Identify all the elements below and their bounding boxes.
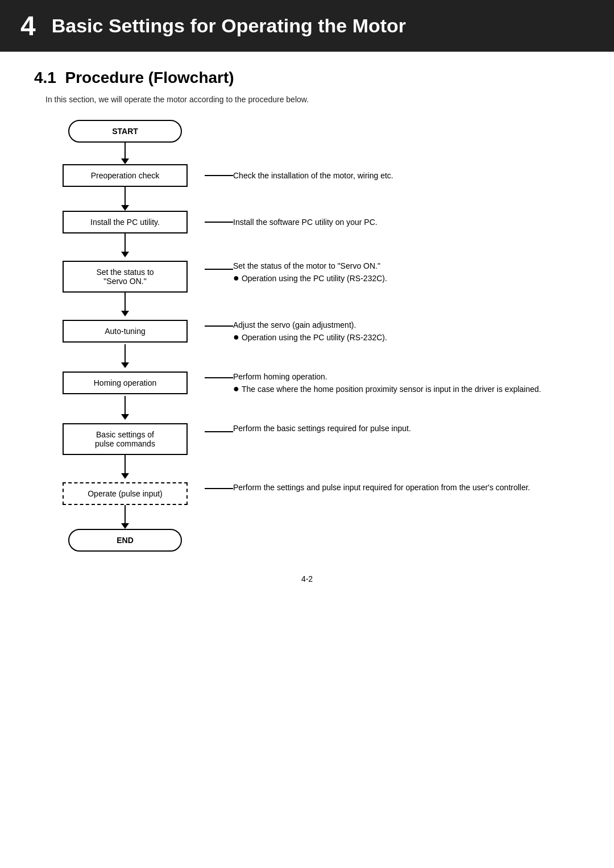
step-autotuning-row: Auto-tuning Adjust the servo (gain adjus…: [45, 316, 591, 344]
step-pulse-left: Basic settings ofpulse commands: [45, 420, 205, 455]
arrow-2-shape: [45, 187, 205, 211]
arrow-tri-1: [121, 158, 129, 164]
arrow-3: [45, 233, 591, 257]
step-servo-box: Set the status to"Servo ON.": [63, 261, 188, 293]
arrow-tri-4: [121, 311, 129, 316]
step-preoperation-left: Preoperation check: [45, 164, 205, 187]
arrow-4: [45, 293, 591, 316]
step-servo-left: Set the status to"Servo ON.": [45, 257, 205, 293]
step-operate-row: Operate (pulse input) Perform the settin…: [45, 479, 591, 505]
end-row: END: [45, 529, 591, 552]
step-homing-row: Homing operation Perform homing operatio…: [45, 368, 591, 396]
bullet-text-1: Operation using the PC utility (RS-232C)…: [242, 272, 387, 285]
arrow-line-7: [125, 455, 126, 473]
desc-servo: Set the status of the motor to "Servo ON…: [233, 257, 591, 285]
step-servo-row: Set the status to"Servo ON." Set the sta…: [45, 257, 591, 293]
arrow-6: [45, 396, 591, 420]
section-title: 4.1 Procedure (Flowchart): [34, 69, 614, 87]
step-operate-box: Operate (pulse input): [63, 482, 188, 505]
step-autotuning-box: Auto-tuning: [63, 320, 188, 343]
step-preoperation-box: Preoperation check: [63, 164, 188, 187]
arrow-5-shape: [45, 344, 205, 368]
arrow-7-shape: [45, 455, 205, 479]
step-autotuning-left: Auto-tuning: [45, 316, 205, 343]
arrow-4-shape: [45, 293, 205, 316]
arrow-line-4: [125, 293, 126, 311]
bullet-dot-1: ●: [233, 272, 239, 285]
connector-5: [205, 377, 233, 378]
desc-homing-main: Perform homing operation.: [233, 370, 591, 383]
start-row: START: [45, 120, 591, 143]
step-operate-left: Operate (pulse input): [45, 479, 205, 505]
arrow-tri-8: [121, 523, 129, 529]
arrow-line-2: [125, 187, 126, 205]
step-preoperation-row: Preoperation check Check the installatio…: [45, 164, 591, 187]
chapter-number: 4: [20, 10, 36, 41]
desc-autotuning-main: Adjust the servo (gain adjustment).: [233, 319, 591, 331]
step-homing-left: Homing operation: [45, 368, 205, 394]
arrow-line-1: [125, 143, 126, 158]
step-pulse-row: Basic settings ofpulse commands Perform …: [45, 420, 591, 455]
bullet-dot-3: ●: [233, 383, 239, 395]
connector-2: [205, 222, 233, 223]
page-number: 4-2: [0, 574, 614, 583]
desc-install-main: Install the software PC utility on your …: [233, 218, 377, 227]
step-install-row: Install the PC utility. Install the soft…: [45, 211, 591, 233]
connector-1: [205, 175, 233, 176]
desc-operate: Perform the settings and pulse input req…: [233, 479, 591, 494]
step-install-left: Install the PC utility.: [45, 211, 205, 233]
desc-servo-main: Set the status of the motor to "Servo ON…: [233, 260, 591, 272]
step-pulse-box: Basic settings ofpulse commands: [63, 423, 188, 455]
desc-pulse: Perform the basic settings required for …: [233, 420, 591, 435]
desc-autotuning-bullet1: ● Operation using the PC utility (RS-232…: [233, 331, 591, 344]
desc-homing-bullet1: ● The case where the home position proxi…: [233, 383, 591, 395]
arrow-8-shape: [45, 505, 205, 529]
desc-operate-main: Perform the settings and pulse input req…: [233, 481, 591, 494]
arrow-2: [45, 187, 591, 211]
arrow-tri-6: [121, 414, 129, 420]
desc-install: Install the software PC utility on your …: [233, 216, 591, 228]
bullet-text-2: Operation using the PC utility (RS-232C)…: [242, 331, 387, 344]
connector-7: [205, 488, 233, 489]
arrow-line-3: [125, 233, 126, 252]
step-homing-box: Homing operation: [63, 372, 188, 394]
desc-servo-bullet1: ● Operation using the PC utility (RS-232…: [233, 272, 591, 285]
intro-text: In this section, we will operate the mot…: [45, 95, 614, 104]
connector-4: [205, 326, 233, 327]
arrow-start: [45, 143, 205, 164]
chapter-header: 4 Basic Settings for Operating the Motor: [0, 0, 614, 52]
arrow-line-8: [125, 505, 126, 523]
arrow-6-shape: [45, 396, 205, 420]
desc-pulse-main: Perform the basic settings required for …: [233, 422, 591, 435]
arrow-tri-3: [121, 252, 129, 257]
end-left: END: [45, 529, 205, 552]
desc-homing: Perform homing operation. ● The case whe…: [233, 368, 591, 396]
end-box: END: [68, 529, 182, 552]
connector-6: [205, 431, 233, 432]
start-box: START: [68, 120, 182, 143]
arrow-tri-2: [121, 205, 129, 211]
bullet-dot-2: ●: [233, 331, 239, 344]
arrow-3-shape: [45, 233, 205, 257]
page: 4 Basic Settings for Operating the Motor…: [0, 0, 614, 868]
bullet-text-3: The case where the home position proximi…: [242, 383, 541, 395]
desc-autotuning: Adjust the servo (gain adjustment). ● Op…: [233, 316, 591, 344]
arrow-tri-5: [121, 362, 129, 368]
flowchart: START Preoperation check Check the insta…: [45, 120, 591, 552]
desc-preoperation-main: Check the installation of the motor, wir…: [233, 171, 393, 180]
connector-3: [205, 269, 233, 270]
chapter-title: Basic Settings for Operating the Motor: [52, 15, 406, 37]
arrow-after-start: [45, 143, 591, 164]
arrow-line-5: [125, 344, 126, 362]
arrow-line-6: [125, 396, 126, 414]
arrow-8: [45, 505, 591, 529]
start-left: START: [45, 120, 205, 143]
arrow-tri-7: [121, 473, 129, 479]
arrow-7: [45, 455, 591, 479]
desc-preoperation: Check the installation of the motor, wir…: [233, 169, 591, 182]
arrow-5: [45, 344, 591, 368]
step-install-box: Install the PC utility.: [63, 211, 188, 233]
